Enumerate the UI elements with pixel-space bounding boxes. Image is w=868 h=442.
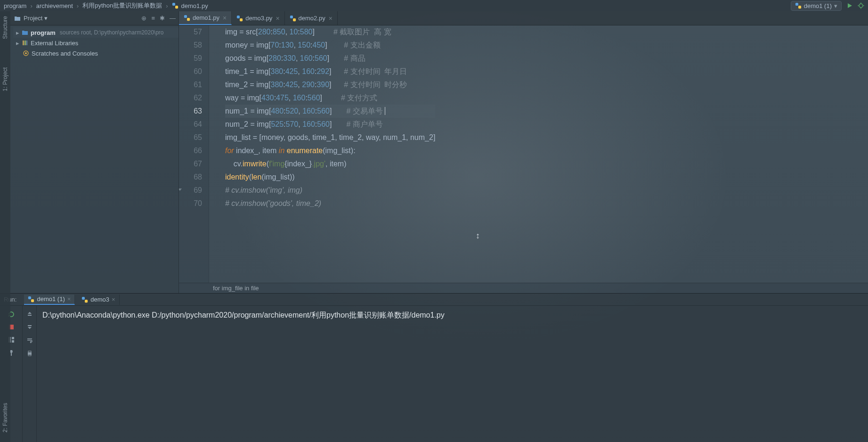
svg-rect-0 [172, 3, 175, 6]
project-view-dropdown[interactable]: Project ▾ [24, 15, 48, 22]
svg-rect-20 [28, 296, 31, 299]
run-toolbar-right [23, 306, 37, 442]
run-tab-demo3[interactable]: demo3 × [78, 295, 119, 305]
run-config-label: demo1 (1) [804, 2, 832, 9]
svg-point-19 [25, 52, 27, 54]
run-tabbar: Run: demo1 (1) × demo3 × [0, 294, 868, 306]
close-icon[interactable]: × [67, 295, 71, 303]
svg-rect-31 [28, 351, 31, 352]
chevron-down-icon: ▾ [44, 15, 48, 22]
close-icon[interactable]: × [112, 296, 115, 303]
hide-icon[interactable]: — [170, 15, 176, 22]
tab-label: demo2.py [299, 15, 325, 22]
close-icon[interactable]: × [223, 14, 227, 22]
svg-rect-14 [293, 18, 296, 21]
run-icon[interactable] [846, 2, 853, 9]
svg-rect-9 [184, 15, 187, 17]
python-file-icon [290, 15, 296, 22]
python-file-icon [184, 15, 190, 21]
editor-tab-demo1[interactable]: demo1.py × [179, 11, 232, 25]
console-output[interactable]: D:\python\Anaconda\python.exe D:/python/… [37, 306, 868, 442]
python-file-icon [795, 2, 802, 9]
scroll-down-icon[interactable] [26, 324, 33, 330]
close-icon[interactable]: × [329, 15, 333, 22]
chevron-down-icon: ▾ [834, 2, 837, 9]
tab-label: demo3.py [245, 15, 272, 22]
svg-rect-32 [28, 354, 31, 356]
close-icon[interactable]: × [276, 15, 279, 22]
svg-rect-2 [795, 3, 798, 6]
python-file-icon [172, 2, 178, 9]
locate-icon[interactable]: ⊕ [141, 15, 146, 22]
svg-rect-23 [85, 300, 88, 303]
scratches-icon [23, 50, 29, 57]
chevron-right-icon: ▸ [16, 29, 19, 36]
favorites-tool-button[interactable]: 2: Favorites [2, 403, 8, 433]
folder-icon [22, 29, 28, 36]
crumb-1[interactable]: program [4, 2, 26, 9]
project-pane-header: Project ▾ ⊕ ≡ ✱ — [0, 11, 179, 25]
toolbar-row: Project ▾ ⊕ ≡ ✱ — demo1.py × demo3.py × [0, 11, 868, 25]
python-file-icon [236, 15, 243, 22]
code-editor[interactable]: 5758596061626364656667686970 img = src[2… [179, 25, 868, 293]
run-tab-demo1[interactable]: demo1 (1) × [24, 295, 75, 305]
left-tool-stripe: Structure 1: Project 2: Favorites [0, 11, 10, 442]
svg-rect-11 [237, 15, 240, 18]
tree-root-hint: sources root, D:\python\pycharm2020\pro [60, 29, 164, 36]
svg-rect-26 [12, 337, 14, 339]
crumb-3[interactable]: 利用python批量识别账单数据 [82, 1, 162, 10]
run-panel: Run: demo1 (1) × demo3 × [0, 293, 868, 442]
svg-rect-10 [187, 18, 190, 21]
editor-tab-demo2[interactable]: demo2.py × [285, 11, 338, 25]
crumb-2[interactable]: archievement [36, 2, 73, 9]
soft-wrap-icon[interactable] [26, 337, 33, 344]
svg-rect-29 [28, 325, 32, 326]
chevron-right-icon: › [77, 2, 79, 9]
svg-rect-1 [175, 6, 178, 8]
chevron-right-icon: › [30, 2, 32, 9]
resize-cursor-icon: ↕ [476, 231, 480, 241]
python-file-icon [28, 296, 34, 303]
print-icon[interactable] [26, 350, 33, 357]
line-gutter[interactable]: 5758596061626364656667686970 [179, 25, 209, 283]
debug-icon[interactable] [858, 2, 864, 9]
project-tool-button[interactable]: 1: Project [2, 67, 8, 91]
svg-rect-16 [24, 41, 26, 45]
expand-all-icon[interactable]: ≡ [151, 15, 155, 22]
editor-tab-demo3[interactable]: demo3.py × [232, 11, 284, 25]
library-icon [22, 40, 28, 46]
run-tab-label: demo3 [90, 296, 109, 303]
svg-rect-22 [82, 296, 85, 299]
svg-point-4 [859, 4, 863, 8]
crumb-4[interactable]: demo1.py [181, 2, 208, 9]
tab-label: demo1.py [193, 14, 219, 21]
svg-rect-27 [12, 340, 14, 343]
tree-root-name: program [31, 29, 56, 36]
python-file-icon [81, 296, 88, 303]
svg-rect-21 [31, 299, 34, 302]
code-breadcrumb[interactable]: for img_file in file [179, 283, 868, 293]
svg-rect-3 [798, 6, 801, 8]
run-config-dropdown[interactable]: demo1 (1) ▾ [791, 1, 842, 11]
project-tree[interactable]: ▸ program sources root, D:\python\pychar… [0, 25, 179, 293]
svg-rect-17 [26, 41, 27, 45]
tree-scratches[interactable]: Scratches and Consoles [13, 48, 178, 58]
structure-tool-button[interactable]: Structure [2, 16, 8, 39]
svg-rect-28 [28, 315, 32, 316]
console-line: D:\python\Anaconda\python.exe D:/python/… [42, 311, 862, 320]
svg-rect-15 [23, 41, 24, 45]
tree-label: Scratches and Consoles [32, 50, 98, 57]
svg-rect-12 [240, 18, 243, 21]
tree-label: External Libraries [31, 40, 78, 47]
tree-root[interactable]: ▸ program sources root, D:\python\pychar… [13, 27, 178, 38]
run-tab-label: demo1 (1) [37, 295, 65, 303]
scroll-up-icon[interactable] [26, 311, 33, 317]
chevron-right-icon: › [166, 2, 168, 9]
folder-icon [14, 15, 21, 22]
svg-rect-13 [290, 15, 292, 18]
gear-icon[interactable]: ✱ [160, 15, 165, 22]
code-body[interactable]: img = src[280:850, 10:580] # 截取图片 高 宽mon… [209, 25, 435, 283]
breadcrumb: program › archievement › 利用python批量识别账单数… [0, 0, 868, 11]
chevron-right-icon: ▸ [16, 40, 19, 47]
tree-external-libs[interactable]: ▸ External Libraries [13, 38, 178, 48]
